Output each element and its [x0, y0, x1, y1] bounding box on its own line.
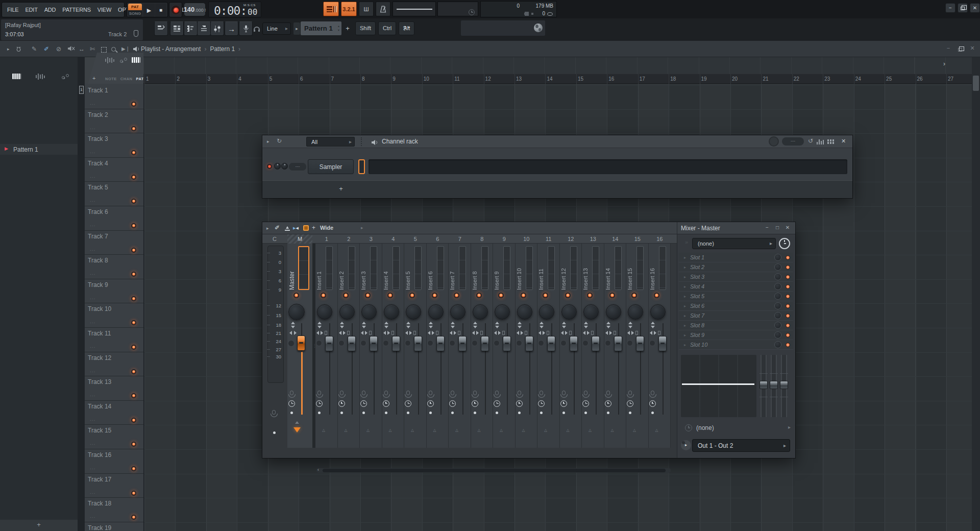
mixer-insert-strip[interactable]: Insert 5 ▵	[404, 244, 427, 448]
fader-handle[interactable]	[760, 381, 768, 389]
track-mode-tab[interactable]: CHAN	[120, 77, 133, 81]
dock-triangle-icon[interactable]: ▵	[411, 426, 414, 433]
slot-enable-led[interactable]	[786, 294, 790, 299]
track-header[interactable]: Track 1...	[85, 85, 143, 109]
track-arm-led[interactable]	[131, 102, 136, 107]
tempo-display[interactable]: 140.000 ▴▾	[184, 3, 206, 16]
dock-triangle-icon[interactable]: ▵	[345, 426, 348, 433]
slot-name[interactable]: Slot 3	[690, 274, 774, 280]
insert-mute-led[interactable]	[476, 293, 482, 298]
playlist-menu-icon[interactable]: ▸	[7, 45, 10, 53]
insert-pan-arrows[interactable]	[627, 331, 638, 335]
track-name[interactable]: Track 5	[88, 184, 108, 191]
channel-target-selector[interactable]: ---	[289, 163, 306, 171]
swing-knob[interactable]	[769, 136, 779, 147]
slot-name[interactable]: Slot 8	[690, 322, 774, 328]
insert-volume-fader[interactable]	[414, 336, 422, 351]
slot-enable-led[interactable]	[786, 313, 790, 318]
track-name[interactable]: Track 1	[88, 87, 108, 94]
current-column-label[interactable]: C	[264, 236, 285, 242]
stereo-separation-control[interactable]	[340, 322, 344, 328]
insert-solo-circle[interactable]	[472, 340, 478, 346]
track-header[interactable]: Track 18...	[85, 498, 143, 522]
insert-volume-fader[interactable]	[525, 336, 533, 351]
track-options-dots[interactable]: ...	[90, 100, 95, 106]
track-options-dots[interactable]: ...	[90, 270, 95, 276]
modifier-button[interactable]: Shift	[355, 21, 376, 35]
fader-handle[interactable]	[780, 381, 788, 389]
slot-enable-led[interactable]	[786, 333, 790, 337]
track-options-dots[interactable]: ...	[90, 222, 95, 227]
mixer-insert-strip[interactable]: Insert 14 ▵	[604, 244, 627, 448]
insert-number[interactable]: 7	[449, 236, 471, 242]
picker-add-button[interactable]: +	[0, 520, 78, 531]
modifier-button[interactable]: Ctrl	[378, 21, 396, 35]
dock-triangle-icon[interactable]: ▵	[478, 426, 481, 433]
latency-clock-icon[interactable]	[316, 400, 323, 407]
patterns-tab-icon[interactable]	[12, 74, 21, 79]
stereo-separation-control[interactable]	[384, 322, 388, 328]
insert-solo-circle[interactable]	[538, 340, 544, 346]
mixer-insert-strip[interactable]: Insert 10 ▵	[516, 244, 538, 448]
insert-pan-knob[interactable]	[517, 304, 532, 320]
mixer-view-mode[interactable]: Wide	[320, 225, 333, 231]
latency-clock-icon[interactable]	[427, 400, 434, 407]
master-dock-arrow-icon[interactable]	[293, 427, 301, 432]
track-options-dots[interactable]: ...	[90, 416, 95, 422]
draw-tool-icon[interactable]: ✎	[32, 45, 37, 53]
track-arm-led[interactable]	[131, 272, 136, 277]
track-name[interactable]: Track 6	[88, 208, 108, 215]
insert-number[interactable]: 11	[537, 236, 560, 242]
record-button[interactable]	[172, 6, 180, 14]
stereo-separation-control[interactable]	[628, 322, 632, 328]
select-dot[interactable]	[496, 412, 498, 414]
insert-pan-knob[interactable]	[384, 304, 399, 320]
slot-arrow-icon[interactable]: ▸	[684, 323, 686, 328]
channel-pan-knob[interactable]	[274, 163, 281, 170]
insert-volume-fader[interactable]	[570, 336, 578, 351]
latency-clock-icon[interactable]	[516, 400, 523, 407]
select-dot[interactable]	[562, 412, 565, 414]
track-options-dots[interactable]: ...	[90, 489, 95, 495]
track-options-dots[interactable]: ...	[90, 173, 95, 179]
slot-arrow-icon[interactable]: ▸	[684, 275, 686, 279]
track-header[interactable]: Track 2...	[85, 109, 143, 134]
latency-clock-icon[interactable]	[472, 400, 478, 407]
insert-volume-fader[interactable]	[614, 336, 622, 351]
insert-mute-led[interactable]	[365, 293, 371, 298]
track-header[interactable]: Track 15...	[85, 425, 143, 449]
track-arm-led[interactable]	[131, 126, 136, 131]
track-options-dots[interactable]: ...	[90, 197, 95, 203]
insert-pan-knob[interactable]	[650, 304, 666, 320]
scrollbar-thumb[interactable]	[973, 76, 979, 91]
insert-volume-fader[interactable]	[503, 336, 511, 351]
track-header[interactable]: Track 13...	[85, 376, 143, 401]
master-pan-knob[interactable]	[288, 304, 305, 320]
track-arm-led[interactable]	[131, 491, 136, 496]
dock-triangle-icon[interactable]: ▵	[633, 426, 636, 433]
insert-volume-fader[interactable]	[348, 336, 356, 351]
dock-triangle-icon[interactable]: ▵	[322, 426, 325, 433]
track-name[interactable]: Track 9	[88, 281, 108, 288]
eq-preview-graph[interactable]	[681, 355, 756, 417]
insert-solo-circle[interactable]	[405, 340, 411, 346]
vertical-scrollbar[interactable]	[972, 57, 980, 531]
master-solo-circle[interactable]	[288, 340, 295, 347]
insert-mute-led[interactable]	[432, 293, 437, 298]
insert-solo-circle[interactable]	[338, 340, 345, 346]
mixer-minimize-button[interactable]: −	[763, 225, 771, 230]
mixer-insert-strip[interactable]: Insert 12 ▵	[560, 244, 582, 448]
insert-pan-arrows[interactable]	[316, 331, 327, 335]
dock-triangle-icon[interactable]: ▵	[589, 426, 592, 433]
mixer-insert-strip[interactable]: Insert 15 ▵	[626, 244, 649, 448]
app-minimize-button[interactable]: −	[945, 3, 955, 13]
latency-clock-icon[interactable]	[605, 400, 611, 407]
mic-icon[interactable]	[406, 391, 410, 395]
slot-name[interactable]: Slot 9	[690, 332, 774, 338]
insert-pan-arrows[interactable]	[472, 331, 483, 335]
track-options-dots[interactable]: ...	[90, 440, 95, 446]
track-arm-led[interactable]	[131, 320, 136, 325]
dock-triangle-icon[interactable]: ▵	[611, 426, 614, 433]
track-name[interactable]: Track 14	[88, 403, 111, 410]
bar-beat-display[interactable]: 3.2.1	[341, 2, 357, 16]
